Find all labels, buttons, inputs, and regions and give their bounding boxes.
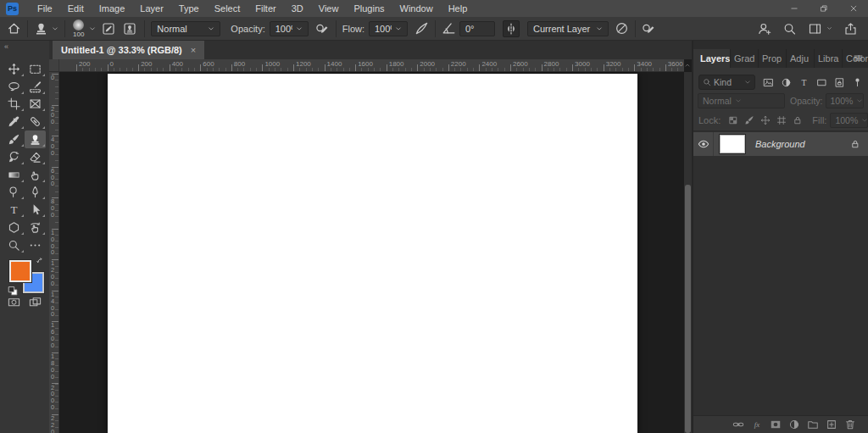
blend-mode-select[interactable]: Normal xyxy=(151,21,220,36)
minimize-button[interactable] xyxy=(779,0,809,17)
paint-symmetry-button[interactable] xyxy=(503,20,520,37)
menu-help[interactable]: Help xyxy=(441,0,476,17)
panel-tab-prop[interactable]: Prop xyxy=(759,49,787,68)
vertical-scrollbar[interactable] xyxy=(684,72,692,433)
tool-object-selection[interactable] xyxy=(25,78,46,96)
tool-move[interactable] xyxy=(3,60,25,78)
screen-mode-icon[interactable] xyxy=(29,296,42,308)
tool-zoom[interactable] xyxy=(3,236,25,254)
lock-position-icon[interactable] xyxy=(760,115,771,125)
collapse-toolbar-button[interactable]: « xyxy=(4,42,8,51)
menu-plugins[interactable]: Plugins xyxy=(346,0,392,17)
filter-toggle-icon[interactable] xyxy=(852,77,863,88)
link-icon[interactable] xyxy=(732,419,744,430)
toggle-brush-settings-button[interactable] xyxy=(100,20,117,37)
layer-thumbnail[interactable] xyxy=(720,135,745,153)
menu-3d[interactable]: 3D xyxy=(284,0,311,17)
pressure-size-icon[interactable] xyxy=(642,21,656,36)
layer-blend-mode-select[interactable]: Normal xyxy=(698,93,785,108)
pixel-filter-icon[interactable] xyxy=(763,77,774,88)
menu-file[interactable]: File xyxy=(30,0,60,17)
layer-filter-select[interactable]: Kind xyxy=(698,75,755,90)
adjustment-filter-icon[interactable] xyxy=(781,77,792,88)
lock-all-icon[interactable] xyxy=(793,115,803,125)
fx-icon[interactable]: fx xyxy=(751,419,763,430)
canvas[interactable] xyxy=(108,74,637,433)
opacity-select[interactable]: 100% xyxy=(270,21,309,36)
share-icon[interactable] xyxy=(843,22,858,36)
tool-eyedropper[interactable] xyxy=(3,113,25,130)
mask-icon[interactable] xyxy=(770,419,782,430)
menu-type[interactable]: Type xyxy=(171,0,207,17)
tool-dodge[interactable] xyxy=(3,184,25,202)
type-filter-icon[interactable]: T xyxy=(798,77,810,88)
layer-row[interactable]: Background xyxy=(693,132,868,156)
sample-layers-select[interactable]: Current Layer xyxy=(527,21,609,36)
tool-frame[interactable] xyxy=(25,96,46,114)
panel-tab-libra[interactable]: Libra xyxy=(815,49,843,68)
brush-panel-button[interactable] xyxy=(121,20,138,37)
panel-tab-grad[interactable]: Grad xyxy=(731,49,759,68)
tool-rectangular-marquee[interactable] xyxy=(25,60,46,78)
delete-icon[interactable] xyxy=(844,419,856,430)
brush-preset-picker[interactable]: 100 xyxy=(73,19,84,38)
group-icon[interactable] xyxy=(807,419,819,430)
lock-artboard-icon[interactable] xyxy=(776,115,787,125)
adjustment-icon[interactable] xyxy=(788,419,800,430)
lock-paint-icon[interactable] xyxy=(744,115,754,125)
visibility-toggle[interactable] xyxy=(693,132,714,156)
restore-button[interactable] xyxy=(809,0,838,17)
chevron-down-icon[interactable] xyxy=(52,26,58,31)
tool-preset-icon[interactable] xyxy=(34,21,48,36)
tool-eraser[interactable] xyxy=(25,148,46,166)
tool-crop[interactable] xyxy=(3,96,25,114)
new-layer-icon[interactable] xyxy=(826,419,837,430)
tool-gradient[interactable] xyxy=(3,166,25,184)
tool-rotate-view[interactable] xyxy=(25,219,46,236)
tool-path-selection[interactable] xyxy=(25,201,46,219)
smart-filter-icon[interactable] xyxy=(834,77,845,88)
airbrush-icon[interactable] xyxy=(415,21,429,36)
chevron-down-icon[interactable] xyxy=(89,26,96,31)
shape-filter-icon[interactable] xyxy=(816,77,827,88)
pressure-opacity-icon[interactable] xyxy=(315,21,330,36)
layer-fill-select[interactable]: 100% xyxy=(830,113,868,128)
menu-window[interactable]: Window xyxy=(392,0,441,17)
menu-filter[interactable]: Filter xyxy=(248,0,283,17)
menu-edit[interactable]: Edit xyxy=(60,0,92,17)
menu-view[interactable]: View xyxy=(311,0,347,17)
panel-tab-layers[interactable]: Layers xyxy=(693,49,731,68)
menu-image[interactable]: Image xyxy=(92,0,133,17)
foreground-color-swatch[interactable] xyxy=(9,260,31,282)
document-tab[interactable]: Untitled-1 @ 33.3% (RGB/8) × xyxy=(53,41,204,59)
account-icon[interactable] xyxy=(757,22,771,36)
layer-opacity-select[interactable]: 100% xyxy=(826,93,864,108)
search-icon[interactable] xyxy=(782,22,797,36)
tool-lasso[interactable] xyxy=(3,78,25,96)
tool-pen[interactable] xyxy=(25,184,46,202)
close-tab-icon[interactable]: × xyxy=(191,45,196,55)
tool-edit-toolbar[interactable] xyxy=(25,236,46,254)
tool-brush[interactable] xyxy=(3,130,25,148)
brush-angle-field[interactable]: 0° xyxy=(459,21,495,36)
close-button[interactable] xyxy=(838,0,868,17)
workspace-icon[interactable] xyxy=(808,22,822,36)
tool-spot-healing-brush[interactable] xyxy=(25,113,46,130)
layer-name[interactable]: Background xyxy=(755,139,805,149)
panel-tab-adju[interactable]: Adju xyxy=(787,49,815,68)
swap-colors-icon[interactable] xyxy=(36,258,47,268)
ignore-adjustments-icon[interactable] xyxy=(615,21,629,36)
quick-mask-icon[interactable] xyxy=(8,296,20,308)
tool-history-brush[interactable] xyxy=(3,148,25,166)
tool-clone-stamp[interactable] xyxy=(25,130,46,148)
scrollbar-thumb[interactable] xyxy=(685,185,691,433)
chevron-down-icon[interactable] xyxy=(826,26,832,31)
tool-smudge[interactable] xyxy=(25,166,46,184)
home-icon[interactable] xyxy=(7,21,21,36)
tool-type[interactable]: T xyxy=(3,201,25,219)
menu-layer[interactable]: Layer xyxy=(132,0,171,17)
chevron-up-icon[interactable] xyxy=(684,62,691,69)
menu-select[interactable]: Select xyxy=(207,0,248,17)
tool-shape[interactable] xyxy=(3,219,25,236)
lock-transparency-icon[interactable] xyxy=(728,115,738,125)
